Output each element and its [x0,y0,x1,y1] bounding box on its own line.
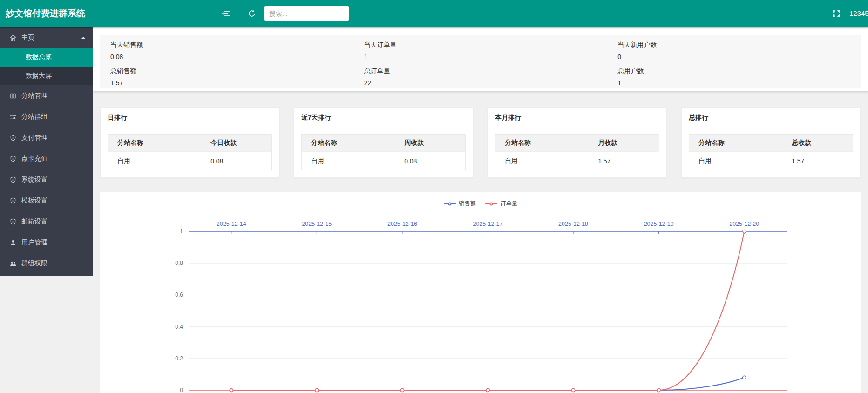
stat-value: 22 [364,79,608,87]
legend-label: 销售额 [459,200,476,208]
user-icon [9,239,17,246]
x-axis-top-label: 2025-12-17 [473,221,503,227]
stats-panel: 当天销售额 0.08 总销售额 1.57 当天订单量 1 总订单量 22 当天新… [100,35,861,88]
data-point[interactable] [572,389,575,392]
data-point[interactable] [315,389,319,392]
rank-card-month: 本月排行 分站名称 月收款 自用 1.57 [488,107,667,178]
rank-col-header: 分站名称 [108,135,202,152]
rank-table: 分站名称 月收款 自用 1.57 [495,134,659,170]
sidebar-item-substation-groups[interactable]: 分站群组 [0,106,93,127]
rank-table: 分站名称 总收款 自用 1.57 [689,134,853,170]
sidebar-item-data-screen[interactable]: 数据大屏 [0,67,93,85]
shield-check-icon [9,176,17,183]
rank-card-title: 近7天排行 [294,108,473,127]
sidebar-nav: 主页 数据总览 数据大屏 分站管理 分站群组 支付管理 点卡充值 系统设置 模板… [0,27,93,276]
sidebar-item-label: 支付管理 [21,134,47,142]
stats-col-users: 当天新用户数 0 总用户数 1 [607,41,861,88]
rank-col-header: 周收款 [395,135,465,152]
app-title: 妙文馆付费进群系统 [6,0,85,27]
rank-cell-amount: 0.08 [395,152,465,170]
sidebar-item-payment-manage[interactable]: 支付管理 [0,127,93,148]
legend-marker-icon [444,203,456,204]
stat-value: 0 [617,53,861,61]
chart-canvas: 00.20.40.60.812025-12-142025-12-152025-1… [100,192,861,393]
legend-label: 订单量 [500,200,518,208]
sidebar-item-label: 点卡充值 [21,155,47,163]
data-point[interactable] [230,389,233,392]
table-row: 自用 1.57 [689,152,853,170]
rank-card-title: 总排行 [682,108,860,127]
series-line [231,231,744,390]
search-input[interactable] [264,6,349,21]
home-icon [9,34,17,41]
rank-cell-site: 自用 [108,152,202,170]
users-icon [9,260,17,267]
shield-check-icon [9,155,17,163]
sliders-icon [9,113,17,121]
sidebar-item-substation-manage[interactable]: 分站管理 [0,85,93,106]
username[interactable]: 12345 [849,0,868,27]
rank-cell-site: 自用 [495,152,589,170]
ranking-cards-row: 日排行 分站名称 今日收款 自用 0.08 近7天排行 [100,107,861,178]
rank-card-title: 本月排行 [488,108,666,127]
stats-card: 当天销售额 0.08 总销售额 1.57 当天订单量 1 总订单量 22 当天新… [93,27,868,91]
sidebar-item-card-recharge[interactable]: 点卡充值 [0,148,93,169]
rank-cell-site: 自用 [689,152,783,170]
data-point[interactable] [657,389,660,392]
sidebar-item-group-permissions[interactable]: 群组权限 [0,253,93,274]
sidebar-item-label: 数据大屏 [26,72,52,80]
data-point[interactable] [486,389,489,392]
sidebar-item-label: 模板设置 [21,196,47,205]
chart-legend: 销售额订单量 [100,200,861,208]
sidebar-item-system-settings[interactable]: 系统设置 [0,169,93,190]
y-axis-label: 0.6 [175,291,183,298]
sidebar-item-label: 数据总览 [26,53,52,61]
stat-label: 总用户数 [617,67,861,75]
sidebar-item-home[interactable]: 主页 [0,27,93,48]
sidebar-item-label: 用户管理 [21,238,47,247]
data-point[interactable] [743,376,746,379]
shield-check-icon [9,134,17,142]
rank-card-7days: 近7天排行 分站名称 周收款 自用 0.08 [294,107,473,178]
shield-check-icon [9,197,17,204]
rank-card-title: 日排行 [101,108,279,127]
refresh-icon[interactable] [247,9,257,18]
rank-table: 分站名称 今日收款 自用 0.08 [108,134,272,170]
x-axis-top-label: 2025-12-16 [387,221,417,227]
fullscreen-icon[interactable] [832,9,841,18]
sidebar-item-mailbox-settings[interactable]: 邮箱设置 [0,211,93,232]
rank-col-header: 今日收款 [201,135,271,152]
rank-col-header: 分站名称 [495,135,589,152]
data-point[interactable] [400,389,404,392]
table-row: 自用 0.08 [108,152,272,170]
legend-item[interactable]: 订单量 [485,200,518,208]
x-axis-top-label: 2025-12-20 [729,221,759,227]
rank-col-header: 总收款 [782,135,853,152]
y-axis-label: 0.4 [175,324,183,330]
y-axis-label: 1 [180,228,183,235]
legend-item[interactable]: 销售额 [444,200,476,208]
sidebar-item-label: 邮箱设置 [21,217,47,226]
sidebar-item-user-manage[interactable]: 用户管理 [0,232,93,253]
legend-marker-icon [485,203,497,204]
y-axis-label: 0 [180,387,183,393]
stat-value: 1 [617,79,861,87]
rank-cell-amount: 1.57 [589,152,659,170]
rank-cell-amount: 1.57 [782,152,853,170]
x-axis-top-label: 2025-12-15 [302,221,332,227]
rank-cell-amount: 0.08 [201,152,271,170]
sidebar-item-data-overview[interactable]: 数据总览 [0,48,93,67]
sidebar-item-label: 群组权限 [21,259,47,268]
sidebar-item-label: 分站群组 [21,113,47,121]
stat-label: 总销售额 [110,67,354,75]
top-header: 妙文馆付费进群系统 12345 [0,0,868,27]
stat-label: 总订单量 [364,67,608,75]
y-axis-label: 0.8 [175,260,183,266]
collapse-menu-icon[interactable] [221,9,231,18]
sidebar-item-label: 主页 [21,34,34,42]
sidebar-item-template-settings[interactable]: 模板设置 [0,190,93,211]
x-axis-top-label: 2025-12-18 [558,221,588,227]
data-point[interactable] [743,230,746,233]
stat-label: 当天新用户数 [617,41,861,49]
table-row: 自用 1.57 [495,152,659,170]
